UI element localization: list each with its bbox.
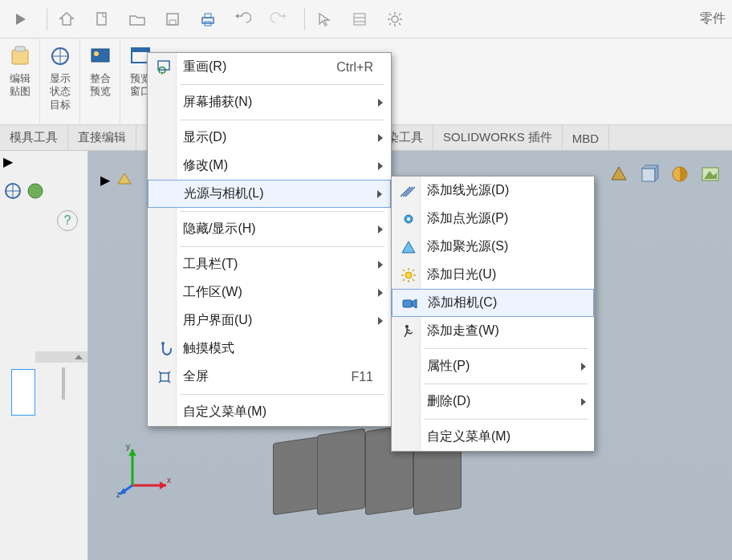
svg-point-72	[405, 325, 409, 328]
panel-flyout-toggle[interactable]: ▶	[3, 154, 13, 169]
menu-touch-mode[interactable]: 触摸模式	[148, 335, 391, 363]
submenu-custom-menu[interactable]: 自定义菜单(M)	[392, 423, 594, 451]
help-icon[interactable]: ?	[57, 210, 78, 231]
menu-modify[interactable]: 修改(M)	[148, 152, 391, 180]
edit-paste-icon	[7, 43, 33, 69]
submenu-arrow-icon	[581, 398, 586, 406]
ribbon-integrate-preview[interactable]: 整合 预览	[80, 39, 120, 124]
submenu-delete[interactable]: 删除(D)	[392, 388, 594, 416]
svg-line-67	[413, 279, 414, 281]
submenu-arrow-icon	[378, 99, 383, 107]
config-tab-icon-1[interactable]	[3, 181, 22, 201]
settings-gear-icon[interactable]	[380, 5, 409, 34]
show-state-icon	[47, 43, 73, 69]
tab-mold-tools[interactable]: 模具工具	[0, 124, 68, 150]
menu-display-label: 显示(D)	[183, 129, 226, 146]
save-icon[interactable]	[158, 5, 187, 34]
submenu-properties[interactable]: 属性(P)	[392, 352, 594, 380]
ribbon-show-state[interactable]: 显示 状态 目标	[40, 39, 80, 124]
submenu-add-point[interactable]: 添加点光源(P)	[392, 205, 594, 233]
submenu-add-directional[interactable]: 添加线光源(D)	[392, 177, 594, 205]
svg-rect-54	[161, 373, 169, 381]
panel-splitter[interactable]	[35, 351, 87, 363]
view-context-menu: 重画(R) Ctrl+R 屏幕捕获(N) 显示(D) 修改(M) 光源与相机(L…	[147, 52, 392, 427]
menu-fullscreen-label: 全屏	[183, 368, 209, 385]
ribbon-edit-paste-label: 编辑 贴图	[10, 72, 31, 99]
svg-point-27	[94, 51, 99, 56]
tab-direct-edit[interactable]: 直接编辑	[68, 124, 136, 150]
select-icon[interactable]	[310, 5, 339, 34]
submenu-add-walkthrough[interactable]: 添加走查(W)	[392, 317, 594, 345]
menu-fullscreen-accel: F11	[351, 370, 373, 384]
menu-lights-cameras-label: 光源与相机(L)	[184, 185, 264, 202]
svg-line-69	[413, 270, 414, 271]
menu-fullscreen[interactable]: 全屏 F11	[148, 363, 391, 391]
point-light-icon	[400, 210, 417, 228]
menu-screen-capture-label: 屏幕捕获(N)	[183, 94, 252, 111]
ribbon-edit-paste[interactable]: 编辑 贴图	[0, 39, 40, 124]
menu-ui[interactable]: 用户界面(U)	[148, 306, 391, 335]
view-orientation-icon[interactable]	[608, 164, 631, 186]
svg-point-33	[28, 184, 43, 198]
menu-custom-menu[interactable]: 自定义菜单(M)	[148, 398, 391, 426]
menu-toolbars[interactable]: 工具栏(T)	[148, 250, 391, 278]
config-tab-icon-2[interactable]	[26, 181, 45, 201]
menu-hide-show[interactable]: 隐藏/显示(H)	[148, 215, 391, 243]
menu-redraw[interactable]: 重画(R) Ctrl+R	[148, 53, 391, 81]
fullscreen-icon	[156, 368, 173, 386]
submenu-arrow-icon	[378, 162, 383, 170]
scene-icon[interactable]	[700, 164, 722, 186]
play-icon[interactable]	[6, 5, 35, 34]
undo-icon[interactable]	[229, 5, 258, 34]
open-icon[interactable]	[123, 5, 152, 34]
submenu-custom-menu-label: 自定义菜单(M)	[427, 428, 510, 445]
menu-redraw-accel: Ctrl+R	[336, 60, 373, 75]
submenu-arrow-icon	[378, 134, 383, 142]
appearance-icon[interactable]	[669, 164, 692, 186]
svg-marker-71	[412, 299, 417, 308]
svg-rect-3	[169, 20, 176, 25]
submenu-arrow-icon	[581, 363, 586, 371]
svg-point-61	[405, 272, 412, 278]
submenu-add-camera[interactable]: 添加相机(C)	[392, 289, 594, 317]
menu-display[interactable]: 显示(D)	[148, 124, 391, 152]
submenu-add-walkthrough-label: 添加走查(W)	[427, 323, 499, 339]
svg-line-20	[399, 14, 401, 15]
tab-solidworks-addins[interactable]: SOLIDWORKS 插件	[433, 124, 563, 150]
sunlight-icon	[400, 266, 417, 284]
menu-workspace[interactable]: 工作区(W)	[148, 278, 391, 306]
svg-marker-52	[161, 71, 164, 75]
print-icon[interactable]	[193, 5, 222, 34]
svg-line-68	[403, 279, 405, 281]
menu-redraw-label: 重画(R)	[183, 59, 226, 75]
tab-mbd[interactable]: MBD	[563, 126, 609, 150]
new-icon[interactable]	[87, 5, 116, 34]
tree-part-icon	[116, 171, 133, 189]
submenu-arrow-icon	[378, 261, 383, 269]
submenu-properties-label: 属性(P)	[427, 358, 470, 375]
svg-point-53	[161, 342, 165, 345]
camera-icon	[401, 294, 418, 312]
svg-marker-34	[612, 167, 626, 180]
tree-expand-toggle[interactable]: ▶	[100, 172, 110, 188]
submenu-add-sunlight-label: 添加日光(U)	[427, 266, 496, 283]
submenu-add-sunlight[interactable]: 添加日光(U)	[392, 261, 594, 289]
svg-marker-50	[118, 173, 131, 184]
home-icon[interactable]	[52, 5, 81, 34]
view-cube-icon[interactable]	[639, 164, 661, 186]
menu-hide-show-label: 隐藏/显示(H)	[183, 221, 256, 237]
options-grid-icon[interactable]	[345, 5, 374, 34]
svg-line-56	[405, 187, 415, 197]
submenu-arrow-icon	[378, 289, 383, 297]
redo-icon[interactable]	[264, 5, 293, 34]
menu-lights-cameras[interactable]: 光源与相机(L)	[148, 180, 391, 208]
svg-rect-9	[354, 14, 365, 25]
svg-marker-7	[235, 14, 238, 18]
vertical-scroll-track[interactable]	[62, 367, 65, 400]
svg-line-18	[399, 23, 401, 25]
thumbnail-preview[interactable]	[11, 369, 35, 416]
menu-screen-capture[interactable]: 屏幕捕获(N)	[148, 88, 391, 116]
submenu-add-spot[interactable]: 添加聚光源(S)	[392, 233, 594, 261]
integrate-preview-icon	[87, 43, 113, 69]
heads-up-view-toolbar	[608, 164, 722, 186]
